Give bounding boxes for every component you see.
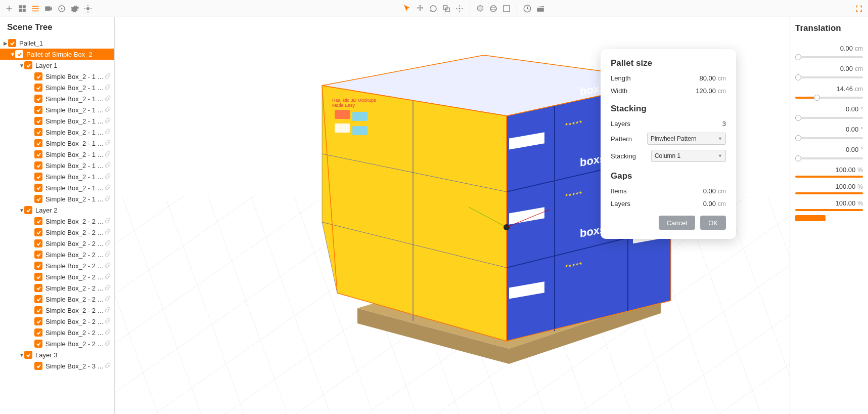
gap-items-value[interactable]: 0.00	[703, 187, 716, 195]
value-slider[interactable]	[795, 176, 863, 178]
disclosure-icon[interactable]: ▼	[19, 208, 24, 213]
visibility-checkbox[interactable]	[34, 239, 42, 247]
tree-item[interactable]: Simple Box_2 - 3 - 1	[0, 360, 114, 371]
link-icon[interactable]	[104, 328, 111, 337]
move-tool-icon[interactable]	[414, 3, 426, 15]
disclosure-icon[interactable]: ▼	[19, 63, 24, 68]
tree-item[interactable]: Simple Box_2 - 2 - 1	[0, 216, 114, 227]
link-icon[interactable]	[104, 150, 111, 159]
link-icon[interactable]	[104, 195, 111, 203]
visibility-checkbox[interactable]	[34, 317, 42, 325]
tree-item[interactable]: Simple Box_2 - 2 - 5	[0, 260, 114, 271]
link-icon[interactable]	[104, 340, 111, 348]
clapper-icon[interactable]	[534, 3, 546, 15]
visibility-checkbox[interactable]	[34, 228, 42, 236]
target-icon[interactable]	[56, 3, 68, 15]
link-icon[interactable]	[104, 128, 111, 137]
cursor-tool-icon[interactable]	[401, 3, 413, 15]
visibility-checkbox[interactable]	[34, 95, 42, 103]
link-icon[interactable]	[104, 161, 111, 170]
visibility-checkbox[interactable]	[24, 351, 32, 359]
tree-item[interactable]: Simple Box_2 - 2 - 6	[0, 271, 114, 282]
visibility-checkbox[interactable]	[34, 306, 42, 314]
link-icon[interactable]	[104, 262, 111, 270]
link-icon[interactable]	[104, 84, 111, 92]
camera-icon[interactable]	[42, 3, 55, 15]
link-icon[interactable]	[104, 317, 111, 326]
tree-item[interactable]: ▶Pallet_1	[0, 37, 114, 49]
visibility-checkbox[interactable]	[34, 295, 42, 303]
value-slider[interactable]	[795, 209, 863, 211]
link-icon[interactable]	[104, 362, 111, 370]
link-icon[interactable]	[104, 284, 111, 293]
value-slider[interactable]	[795, 215, 826, 221]
grid-icon[interactable]	[16, 3, 28, 15]
tree-item[interactable]: Simple Box_2 - 2 - 11	[0, 327, 114, 338]
visibility-checkbox[interactable]	[34, 262, 42, 270]
visibility-checkbox[interactable]	[34, 84, 42, 92]
scene-tree[interactable]: ▶Pallet_1▼Pallet of Simple Box_2▼Layer 1…	[0, 37, 114, 414]
pivot-tool-icon[interactable]	[453, 3, 466, 15]
link-icon[interactable]	[104, 251, 111, 259]
value-slider[interactable]	[795, 76, 863, 78]
value-slider[interactable]	[795, 97, 863, 99]
link-icon[interactable]	[104, 217, 111, 226]
visibility-checkbox[interactable]	[34, 139, 42, 147]
pattern-select[interactable]: Pinwheel Pattern ▼	[647, 133, 726, 145]
value-slider[interactable]	[795, 137, 863, 139]
disclosure-icon[interactable]: ▶	[3, 40, 8, 46]
link-icon[interactable]	[104, 184, 111, 192]
visibility-checkbox[interactable]	[34, 128, 42, 136]
light-icon[interactable]	[82, 3, 94, 15]
add-icon[interactable]	[3, 3, 15, 15]
link-icon[interactable]	[104, 273, 111, 281]
tree-item[interactable]: Simple Box_2 - 2 - 3	[0, 238, 114, 249]
tree-item[interactable]: Simple Box_2 - 2 - 12	[0, 338, 114, 349]
visibility-checkbox[interactable]	[34, 217, 42, 225]
visibility-checkbox[interactable]	[34, 284, 42, 292]
disclosure-icon[interactable]: ▼	[10, 52, 15, 57]
value-slider[interactable]	[795, 157, 863, 159]
tree-item[interactable]: Simple Box_2 - 1 - 6	[0, 127, 114, 138]
link-icon[interactable]	[104, 72, 111, 81]
orbit-icon[interactable]	[487, 3, 499, 15]
tree-item[interactable]: Simple Box_2 - 1 - 4	[0, 104, 114, 115]
visibility-checkbox[interactable]	[24, 206, 32, 214]
tree-item[interactable]: Simple Box_2 - 2 - 8	[0, 294, 114, 305]
tree-item[interactable]: ▼Layer 1	[0, 60, 114, 71]
visibility-checkbox[interactable]	[34, 328, 42, 337]
tree-item[interactable]: Simple Box_2 - 2 - 10	[0, 316, 114, 327]
fullscreen-icon[interactable]	[853, 3, 865, 15]
layers-value[interactable]: 3	[722, 120, 726, 128]
rotate-tool-icon[interactable]	[427, 3, 439, 15]
list-icon[interactable]	[29, 3, 41, 15]
visibility-checkbox[interactable]	[24, 61, 32, 69]
tree-item[interactable]: Simple Box_2 - 1 - 3	[0, 93, 114, 104]
tree-item[interactable]: Simple Box_2 - 1 - 2	[0, 82, 114, 93]
link-icon[interactable]	[104, 239, 111, 248]
ok-button[interactable]: OK	[700, 216, 726, 230]
visibility-checkbox[interactable]	[34, 117, 42, 125]
value-slider[interactable]	[795, 56, 863, 58]
cancel-button[interactable]: Cancel	[659, 216, 695, 230]
tree-item[interactable]: Simple Box_2 - 1 - 9	[0, 160, 114, 171]
tree-item[interactable]: Simple Box_2 - 1 - 1	[0, 71, 114, 82]
tree-item[interactable]: ▼Layer 3	[0, 349, 114, 360]
visibility-checkbox[interactable]	[34, 173, 42, 181]
gear-icon[interactable]	[69, 3, 81, 15]
visibility-checkbox[interactable]	[8, 39, 16, 47]
value-slider[interactable]	[795, 192, 863, 194]
link-icon[interactable]	[104, 95, 111, 103]
tree-item[interactable]: Simple Box_2 - 2 - 2	[0, 227, 114, 238]
tree-item[interactable]: Simple Box_2 - 1 - 8	[0, 149, 114, 160]
tree-item[interactable]: Simple Box_2 - 1 - 10	[0, 171, 114, 182]
link-icon[interactable]	[104, 295, 111, 304]
visibility-checkbox[interactable]	[34, 72, 42, 80]
visibility-checkbox[interactable]	[34, 106, 42, 114]
tree-item[interactable]: Simple Box_2 - 1 - 11	[0, 182, 114, 193]
link-icon[interactable]	[104, 173, 111, 181]
visibility-checkbox[interactable]	[34, 251, 42, 259]
tree-item[interactable]: Simple Box_2 - 1 - 12	[0, 193, 114, 204]
tree-item[interactable]: Simple Box_2 - 1 - 5	[0, 115, 114, 127]
gap-layers-value[interactable]: 0.00	[703, 200, 716, 208]
